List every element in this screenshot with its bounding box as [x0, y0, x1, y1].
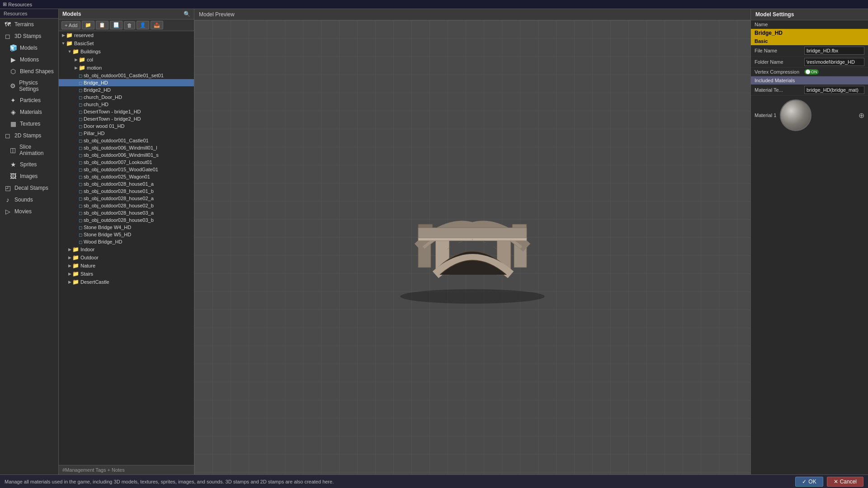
preview-panel: Model Preview	[194, 9, 750, 474]
sidebar-item-blend-shapes[interactable]: ⬡ Blend Shapes	[0, 66, 58, 77]
folder-arrow: ▶	[67, 272, 72, 276]
tree-item-sb-obj-outdoor025-wagon01[interactable]: ◻sb_obj_outdoor025_Wagon01	[59, 173, 194, 180]
tree-item-label: Bridge_HD	[84, 80, 108, 85]
tree-item-deserttown---bridge2-hd[interactable]: ◻DesertTown - bridge2_HD	[59, 115, 194, 122]
tree-item-label: motion	[87, 65, 102, 70]
sidebar-item-motions[interactable]: ▶ Motions	[0, 54, 58, 66]
tree-item-label: Wood Bridge_HD	[84, 239, 122, 244]
tree-item-stairs[interactable]: ▶📁Stairs	[59, 270, 194, 278]
search-icon[interactable]: 🔍	[184, 11, 190, 17]
tree-item-motion[interactable]: ▶📁motion	[59, 64, 194, 72]
copy-btn[interactable]: 📋	[96, 21, 108, 29]
file-icon: ◻	[79, 211, 82, 216]
user-btn[interactable]: 👤	[137, 21, 149, 29]
tree-item-nature[interactable]: ▶📁Nature	[59, 262, 194, 270]
tree-item-sb-obj-outdoor028-house01-a[interactable]: ◻sb_obj_outdoor028_house01_a	[59, 180, 194, 188]
tree-item-pillar-hd[interactable]: ◻Pillar_HD	[59, 130, 194, 137]
titlebar-title: Resources	[8, 2, 32, 7]
models-panel-header: Models 🔍	[59, 9, 194, 19]
tree-item-wood-bridge-hd[interactable]: ◻Wood Bridge_HD	[59, 238, 194, 245]
file-icon: ◻	[79, 131, 82, 136]
sidebar-item-decal-stamps[interactable]: ◰ Decal Stamps	[0, 182, 58, 194]
tree-item-sb-obj-outdoor001-castle01-set01[interactable]: ◻sb_obj_outdoor001_Castle01_set01	[59, 72, 194, 79]
tree-item-sb-obj-outdoor028-house03-b[interactable]: ◻sb_obj_outdoor028_house03_b	[59, 216, 194, 224]
sidebar-item-label-sounds: Sounds	[14, 197, 33, 203]
folder-btn[interactable]: 📁	[82, 21, 94, 29]
tree-item-deserttown---bridge1-hd[interactable]: ◻DesertTown - bridge1_HD	[59, 108, 194, 115]
sidebar-item-terrains[interactable]: 🗺 Terrains	[0, 19, 58, 30]
export-btn[interactable]: 📤	[151, 21, 163, 29]
sidebar-item-movies[interactable]: ▷ Movies	[0, 206, 58, 217]
tree-item-indoor[interactable]: ▶📁Indoor	[59, 245, 194, 253]
folder-arrow: ▶	[67, 263, 72, 268]
sidebar-item-sounds[interactable]: ♪ Sounds	[0, 194, 58, 206]
tree-item-sb-obj-outdoor028-house02-a[interactable]: ◻sb_obj_outdoor028_house02_a	[59, 195, 194, 202]
tree-item-reserved[interactable]: ▶📁reserved	[59, 31, 194, 39]
tree-item-sb-obj-outdoor006-windmill01-s[interactable]: ◻sb_obj_outdoor006_Windmill01_s	[59, 151, 194, 159]
vertex-compression-label: Vertex Compression	[755, 69, 804, 75]
management-tags-bar[interactable]: #Management Tags + Notes	[59, 465, 194, 474]
sidebar-item-models[interactable]: 🧊 Models	[0, 42, 58, 54]
tree-item-sb-obj-outdoor006-windmill01-l[interactable]: ◻sb_obj_outdoor006_Windmill01_l	[59, 144, 194, 151]
preview-viewport[interactable]	[194, 20, 750, 474]
settings-panel: Model Settings Name Bridge_HD Basic File…	[750, 9, 868, 474]
sidebar-item-sprites[interactable]: ★ Sprites	[0, 159, 58, 170]
tree-item-label: sb_obj_outdoor028_house02_a	[84, 196, 154, 201]
file-icon: ◻	[79, 218, 82, 223]
add-button[interactable]: + Add	[61, 21, 80, 29]
sidebar-item-2dstamps[interactable]: ◻ 2D Stamps	[0, 130, 58, 141]
tree-item-sb-obj-outdoor001-castle01[interactable]: ◻sb_obj_outdoor001_Castle01	[59, 137, 194, 144]
file-icon: ◻	[79, 109, 82, 114]
material-thumbnail[interactable]	[780, 99, 811, 131]
folder-icon: 📁	[72, 263, 79, 269]
tree-item-church-hd[interactable]: ◻church_HD	[59, 101, 194, 108]
material-section: Material 1 ⊕	[751, 96, 868, 135]
sidebar-item-textures[interactable]: ▦ Textures	[0, 118, 58, 130]
sidebar-item-images[interactable]: 🖼 Images	[0, 170, 58, 182]
material-te-label: Material Te...	[755, 87, 804, 93]
delete-btn[interactable]: 🗑	[124, 21, 135, 29]
tree-item-sb-obj-outdoor028-house02-b[interactable]: ◻sb_obj_outdoor028_house02_b	[59, 202, 194, 209]
tree-item-sb-obj-outdoor015-woodgate01[interactable]: ◻sb_obj_outdoor015_WoodGate01	[59, 166, 194, 173]
file-icon: ◻	[79, 239, 82, 244]
file-icon: ◻	[79, 232, 82, 237]
tree-item-sb-obj-outdoor028-house01-b[interactable]: ◻sb_obj_outdoor028_house01_b	[59, 188, 194, 195]
vertex-compression-toggle[interactable]: ON	[804, 69, 819, 75]
tree-item-basicset[interactable]: ▼📁BasicSet	[59, 39, 194, 47]
tree-item-desertcastle[interactable]: ▶📁DesertCastle	[59, 278, 194, 286]
sidebar-item-label-2dstamps: 2D Stamps	[14, 132, 41, 139]
cancel-button[interactable]: ✕ Cancel	[827, 477, 863, 487]
folder-name-label: Folder Name	[755, 59, 804, 65]
tree-item-church-door-hd[interactable]: ◻church_Door_HD	[59, 94, 194, 101]
tree-item-stone-bridge-w4-hd[interactable]: ◻Stone Bridge W4_HD	[59, 224, 194, 231]
models-tree[interactable]: ▶📁reserved▼📁BasicSet▼📁Buildings▶📁col▶📁mo…	[59, 31, 194, 465]
tree-item-bridge2-hd[interactable]: ◻Bridge2_HD	[59, 86, 194, 94]
tree-item-label: col	[87, 57, 93, 62]
tree-item-door-wood-01-hd[interactable]: ◻Door wood 01_HD	[59, 122, 194, 130]
sidebar-item-3dstamps[interactable]: ◻ 3D Stamps	[0, 30, 58, 42]
tree-item-sb-obj-outdoor007-lookout01[interactable]: ◻sb_obj_outdoor007_Lookout01	[59, 159, 194, 166]
sidebar-item-particles[interactable]: ✦ Particles	[0, 94, 58, 106]
file-icon: ◻	[79, 138, 82, 143]
paste-btn[interactable]: 📃	[110, 21, 123, 29]
sidebar-item-physics[interactable]: ⚙ Physics Settings	[0, 77, 58, 94]
tree-item-outdoor[interactable]: ▶📁Outdoor	[59, 253, 194, 262]
tree-item-stone-bridge-w5-hd[interactable]: ◻Stone Bridge W5_HD	[59, 231, 194, 238]
tree-item-col[interactable]: ▶📁col	[59, 56, 194, 64]
folder-icon: 📁	[66, 40, 73, 47]
textures-icon: ▦	[9, 120, 17, 127]
left-sidebar: Resources 🗺 Terrains ◻ 3D Stamps 🧊 Model…	[0, 9, 59, 474]
file-icon: ◻	[79, 124, 82, 129]
material-te-value: bridge_HD(bridge_mat)	[804, 86, 864, 94]
tree-item-label: DesertTown - bridge2_HD	[84, 116, 141, 122]
file-icon: ◻	[79, 145, 82, 150]
sidebar-item-label-blend-shapes: Blend Shapes	[20, 68, 54, 75]
material-expand-icon[interactable]: ⊕	[859, 111, 864, 120]
motions-icon: ▶	[9, 56, 17, 63]
sidebar-item-materials[interactable]: ◈ Materials	[0, 106, 58, 118]
tree-item-sb-obj-outdoor028-house03-a[interactable]: ◻sb_obj_outdoor028_house03_a	[59, 209, 194, 216]
sidebar-item-slice-animation[interactable]: ◫ Slice Animation	[0, 141, 58, 159]
tree-item-buildings[interactable]: ▼📁Buildings	[59, 47, 194, 56]
tree-item-bridge-hd[interactable]: ◻Bridge_HD	[59, 79, 194, 86]
ok-button[interactable]: ✓ OK	[795, 477, 823, 487]
